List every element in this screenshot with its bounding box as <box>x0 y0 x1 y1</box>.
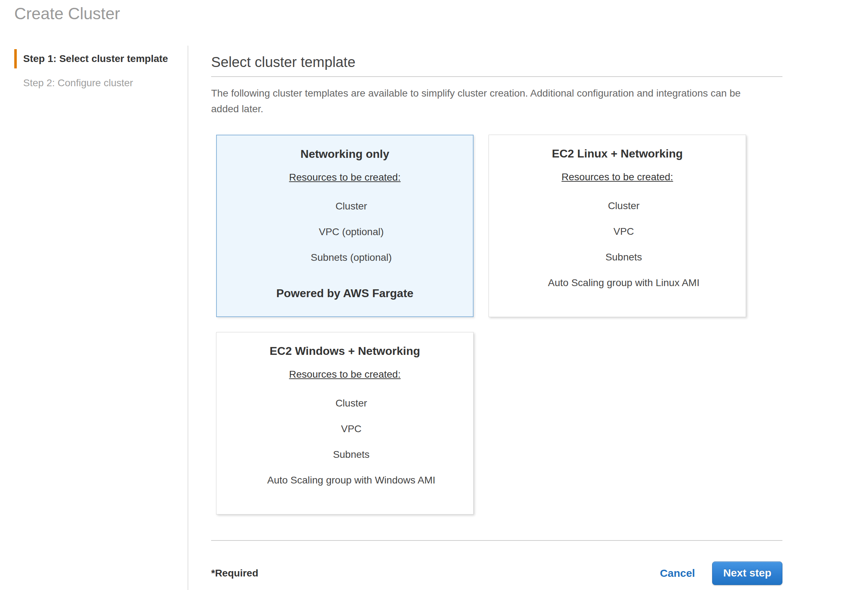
resources-list: ClusterVPC (optional)Subnets (optional) <box>224 187 466 263</box>
template-card-networking-only[interactable]: Networking only Resources to be created:… <box>216 135 474 317</box>
section-description: The following cluster templates are avai… <box>211 85 768 117</box>
resource-item: Auto Scaling group with Linux AMI <box>509 277 738 289</box>
resource-item: Cluster <box>509 200 738 212</box>
cancel-button[interactable]: Cancel <box>660 567 695 579</box>
resource-item: Subnets <box>509 251 738 263</box>
fargate-footnote: Powered by AWS Fargate <box>224 272 466 300</box>
required-note: *Required <box>211 568 258 579</box>
wizard-body: Step 1: Select cluster template Step 2: … <box>0 46 868 590</box>
card-title: Networking only <box>224 147 466 161</box>
resource-item: VPC <box>509 225 738 238</box>
cluster-template-cards: Networking only Resources to be created:… <box>216 135 782 515</box>
heading-divider <box>211 76 782 77</box>
section-heading: Select cluster template <box>211 53 782 71</box>
resource-item: Auto Scaling group with Windows AMI <box>236 474 466 486</box>
resource-item: Subnets <box>236 449 466 461</box>
page-title: Create Cluster <box>14 4 868 24</box>
step-2-configure-cluster[interactable]: Step 2: Configure cluster <box>14 74 187 93</box>
resource-item: VPC (optional) <box>237 226 466 238</box>
resources-list: ClusterVPCSubnetsAuto Scaling group with… <box>496 186 738 289</box>
resource-item: Cluster <box>237 200 466 212</box>
page-header: Create Cluster <box>0 0 868 46</box>
main-content: Select cluster template The following cl… <box>211 46 782 590</box>
template-card-ec2-linux-networking[interactable]: EC2 Linux + Networking Resources to be c… <box>489 135 746 317</box>
resource-item: VPC <box>236 423 466 435</box>
resources-heading: Resources to be created: <box>224 171 466 184</box>
footer-divider <box>211 540 782 541</box>
resources-list: ClusterVPCSubnetsAuto Scaling group with… <box>224 384 466 486</box>
template-card-ec2-windows-networking[interactable]: EC2 Windows + Networking Resources to be… <box>216 332 474 515</box>
resource-item: Cluster <box>236 397 466 409</box>
resources-heading: Resources to be created: <box>224 368 466 381</box>
wizard-steps-sidebar: Step 1: Select cluster template Step 2: … <box>0 46 188 590</box>
resources-heading: Resources to be created: <box>496 171 738 184</box>
card-title: EC2 Windows + Networking <box>224 344 466 358</box>
resource-item: Subnets (optional) <box>237 252 466 263</box>
step-1-select-cluster-template[interactable]: Step 1: Select cluster template <box>14 49 187 68</box>
footer-actions: Cancel Next step <box>660 562 782 585</box>
footer-actions-row: *Required Cancel Next step <box>211 562 782 585</box>
next-step-button[interactable]: Next step <box>712 562 782 585</box>
card-title: EC2 Linux + Networking <box>496 146 738 161</box>
